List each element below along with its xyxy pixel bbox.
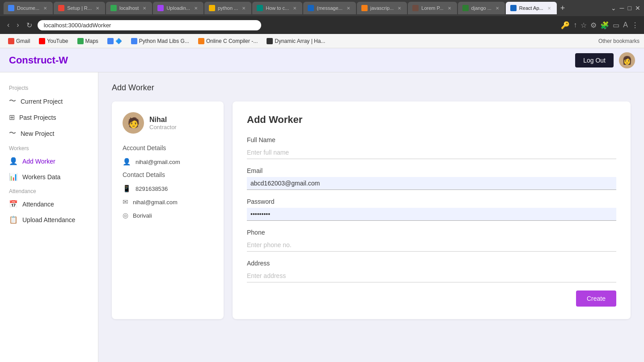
tab-favicon-6 — [257, 5, 263, 11]
sidebar-item-attendance[interactable]: 📅 Attendance — [0, 196, 98, 212]
bookmark-icon[interactable]: ☆ — [580, 21, 587, 29]
new-tab-button[interactable]: + — [558, 4, 568, 13]
tab-close-9[interactable]: ✕ — [446, 5, 453, 11]
address-input[interactable] — [38, 20, 261, 30]
tab-1[interactable]: Docume... ✕ — [4, 2, 53, 14]
tab-close-4[interactable]: ✕ — [193, 5, 199, 11]
contact-email-detail: ✉ nihal@gmail.com — [123, 198, 213, 206]
forward-button[interactable]: › — [15, 20, 21, 30]
sidebar-item-new-project[interactable]: 〜 New Project — [0, 125, 98, 142]
page-title: Add Worker — [112, 83, 631, 93]
address-label: Address — [247, 260, 616, 267]
bookmark-youtube[interactable]: YouTube — [35, 37, 72, 45]
browser-chrome: Docume... ✕ Setup | R... ✕ localhost ✕ U… — [0, 0, 644, 48]
tab-bar: Docume... ✕ Setup | R... ✕ localhost ✕ U… — [0, 0, 644, 16]
tab-2[interactable]: Setup | R... ✕ — [54, 2, 105, 14]
profile-header: 🧑 Nihal Contractor — [123, 112, 213, 134]
contact-email-value: nihal@gmail.com — [133, 199, 178, 206]
tab-favicon-1 — [8, 5, 14, 11]
workers-section-label: Workers — [0, 142, 98, 153]
refresh-button[interactable]: ↻ — [25, 20, 34, 30]
phone-input[interactable] — [247, 239, 616, 252]
maximize-icon[interactable]: □ — [628, 4, 631, 12]
settings-icon[interactable]: ⚙ — [590, 21, 597, 29]
tab-label-1: Docume... — [17, 5, 39, 11]
sidebar-item-past-projects[interactable]: ⊞ Past Projects — [0, 109, 98, 125]
tab-7[interactable]: (message... ✕ — [303, 2, 356, 14]
tab-close-2[interactable]: ✕ — [94, 5, 101, 11]
profile-icon[interactable]: A — [623, 21, 628, 29]
bookmarks-more[interactable]: Other bookmarks — [598, 38, 640, 44]
tab-close-11[interactable]: ✕ — [546, 5, 552, 11]
profile-name: Nihal — [149, 116, 177, 124]
sidebar-label-current-project: Current Project — [21, 98, 63, 105]
tab-8[interactable]: javascrip... ✕ — [357, 2, 407, 14]
sidebar-toggle-icon[interactable]: ▭ — [613, 21, 619, 29]
tab-10[interactable]: django ... ✕ — [458, 2, 505, 14]
extensions-icon[interactable]: 🧩 — [600, 21, 609, 29]
tab-close-8[interactable]: ✕ — [396, 5, 402, 11]
bookmark-label-dynamic: Dynamic Array | Ha... — [275, 38, 325, 44]
tab-favicon-2 — [58, 5, 64, 11]
back-button[interactable]: ‹ — [5, 20, 11, 30]
tab-label-8: javascrip... — [370, 5, 394, 11]
minimize-icon[interactable]: ─ — [620, 4, 624, 12]
logout-button[interactable]: Log Out — [575, 53, 614, 67]
person-icon: 👤 — [9, 157, 18, 165]
bookmark-label-maps: Maps — [85, 38, 98, 44]
tab-close-7[interactable]: ✕ — [345, 5, 352, 11]
tab-favicon-8 — [361, 5, 368, 11]
sidebar-item-upload-attendance[interactable]: 📋 Upload Attendance — [0, 212, 98, 227]
key-icon: 🔑 — [561, 21, 570, 29]
close-window-icon[interactable]: ✕ — [635, 4, 640, 12]
menu-icon[interactable]: ⋮ — [631, 21, 639, 29]
sidebar-label-add-worker: Add Worker — [22, 158, 55, 165]
user-avatar[interactable]: 👩 — [619, 52, 635, 68]
app-header: Construct-W Log Out 👩 — [0, 48, 644, 72]
location-value: Borivali — [133, 212, 152, 219]
bookmark-label-gmail: Gmail — [16, 38, 30, 44]
calendar-icon: 📅 — [9, 200, 18, 208]
create-button[interactable]: Create — [576, 290, 616, 307]
tab-label-10: django ... — [471, 5, 491, 11]
tab-close-5[interactable]: ✕ — [241, 5, 247, 11]
bookmarks-more-label: Other bookmarks — [598, 38, 640, 44]
tab-3[interactable]: localhost ✕ — [106, 2, 152, 14]
sidebar-item-add-worker[interactable]: 👤 Add Worker — [0, 153, 98, 169]
upload-icon: 📋 — [9, 215, 18, 224]
address-input[interactable] — [247, 269, 616, 282]
tab-favicon-3 — [110, 5, 117, 11]
tab-close-3[interactable]: ✕ — [141, 5, 148, 11]
bookmark-python[interactable]: Python Mad Libs G... — [127, 37, 193, 45]
tab-4[interactable]: Uploadin... ✕ — [153, 2, 203, 14]
tab-5[interactable]: python ... ✕ — [204, 2, 251, 14]
tab-list-icon[interactable]: ⌄ — [611, 4, 616, 12]
password-input[interactable] — [247, 208, 616, 221]
tab-label-3: localhost — [119, 5, 139, 11]
phone-detail: 📱 8291638536 — [123, 185, 213, 193]
location-icon: ◎ — [123, 211, 128, 219]
app-body: Projects 〜 Current Project ⊞ Past Projec… — [0, 72, 644, 362]
email-input[interactable] — [247, 177, 616, 190]
bookmark-compiler[interactable]: Online C Compiler -... — [195, 37, 261, 45]
share-icon[interactable]: ↑ — [573, 21, 577, 29]
bookmark-maps[interactable]: Maps — [74, 37, 102, 45]
tab-close-1[interactable]: ✕ — [42, 5, 48, 11]
bookmark-dynamic[interactable]: Dynamic Array | Ha... — [263, 37, 329, 45]
sidebar-item-workers-data[interactable]: 📊 Workers Data — [0, 169, 98, 185]
tab-label-9: Lorem P... — [421, 5, 443, 11]
tab-close-6[interactable]: ✕ — [292, 5, 298, 11]
bookmark-drive[interactable]: 🔷 — [104, 37, 126, 45]
bookmark-label-youtube: YouTube — [47, 38, 68, 44]
account-details-label: Account Details — [123, 144, 213, 152]
tab-favicon-4 — [157, 5, 164, 11]
tab-6[interactable]: How to c... ✕ — [252, 2, 302, 14]
tab-11[interactable]: React Ap... ✕ — [506, 2, 557, 14]
fullname-input[interactable] — [247, 146, 616, 159]
tab-close-10[interactable]: ✕ — [494, 5, 500, 11]
main-content: Add Worker 🧑 Nihal Contractor Account De… — [98, 72, 644, 362]
tab-9[interactable]: Lorem P... ✕ — [408, 2, 457, 14]
bookmark-favicon-maps — [77, 38, 84, 44]
sidebar-item-current-project[interactable]: 〜 Current Project — [0, 93, 98, 109]
bookmark-gmail[interactable]: Gmail — [4, 37, 34, 45]
